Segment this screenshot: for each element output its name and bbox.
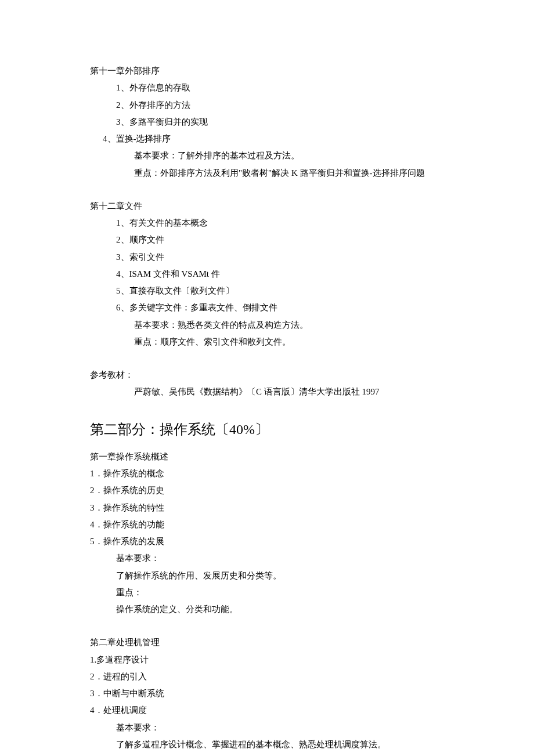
ch11-keypoint: 重点：外部排序方法及利用"败者树"解决 K 路平衡归并和置换-选择排序问题 bbox=[90, 165, 444, 182]
ch12-requirement: 基本要求：熟悉各类文件的特点及构造方法。 bbox=[90, 317, 444, 334]
os1-item: 2．操作系统的历史 bbox=[90, 482, 444, 499]
os2-requirement: 了解多道程序设计概念、掌握进程的基本概念、熟悉处理机调度算法。 bbox=[90, 736, 444, 753]
ch11-item: 3、多路平衡归并的实现 bbox=[90, 114, 444, 131]
os2-item: 3．中断与中断系统 bbox=[90, 685, 444, 702]
chapter-12-title: 第十二章文件 bbox=[90, 198, 444, 215]
ch11-item: 1、外存信息的存取 bbox=[90, 79, 444, 96]
os1-requirement-label: 基本要求： bbox=[90, 550, 444, 567]
ch12-item: 1、有关文件的基本概念 bbox=[90, 215, 444, 231]
os2-item: 2．进程的引入 bbox=[90, 668, 444, 685]
os1-item: 4．操作系统的功能 bbox=[90, 516, 444, 533]
ch12-item: 6、多关键字文件：多重表文件、倒排文件 bbox=[90, 299, 444, 316]
ch12-keypoint: 重点：顺序文件、索引文件和散列文件。 bbox=[90, 334, 444, 350]
os1-item: 5．操作系统的发展 bbox=[90, 533, 444, 550]
ch12-item: 5、直接存取文件〔散列文件〕 bbox=[90, 283, 444, 299]
ch12-item: 4、ISAM 文件和 VSAMt 件 bbox=[90, 266, 444, 283]
ch11-requirement: 基本要求：了解外排序的基本过程及方法。 bbox=[90, 147, 444, 164]
reference-label: 参考教材： bbox=[90, 367, 444, 384]
document-page: 第十一章外部排序 1、外存信息的存取 2、外存排序的方法 3、多路平衡归并的实现… bbox=[0, 0, 534, 756]
os1-item: 3．操作系统的特性 bbox=[90, 500, 444, 516]
os1-item: 1．操作系统的概念 bbox=[90, 465, 444, 482]
os1-keypoint-label: 重点： bbox=[90, 584, 444, 601]
os1-requirement: 了解操作系统的作用、发展历史和分类等。 bbox=[90, 567, 444, 584]
os1-keypoint: 操作系统的定义、分类和功能。 bbox=[90, 601, 444, 618]
os-chapter-1-title: 第一章操作系统概述 bbox=[90, 448, 444, 465]
ch12-item: 3、索引文件 bbox=[90, 249, 444, 266]
os2-item: 1.多道程序设计 bbox=[90, 652, 444, 668]
part-2-heading: 第二部分：操作系统〔40%〕 bbox=[90, 401, 444, 448]
chapter-11-title: 第十一章外部排序 bbox=[90, 63, 444, 79]
ch11-item-4: 4、置换-选择排序 bbox=[90, 131, 444, 147]
ch12-item: 2、顺序文件 bbox=[90, 231, 444, 248]
os2-keypoint-label: 重点： bbox=[90, 753, 444, 756]
os2-item: 4．处理机调度 bbox=[90, 702, 444, 719]
os2-requirement-label: 基本要求： bbox=[90, 719, 444, 736]
reference-text: 严蔚敏、吴伟民《数据结构》〔C 语言版〕清华大学出版社 1997 bbox=[90, 384, 444, 400]
os-chapter-2-title: 第二章处理机管理 bbox=[90, 634, 444, 651]
ch11-item: 2、外存排序的方法 bbox=[90, 97, 444, 114]
